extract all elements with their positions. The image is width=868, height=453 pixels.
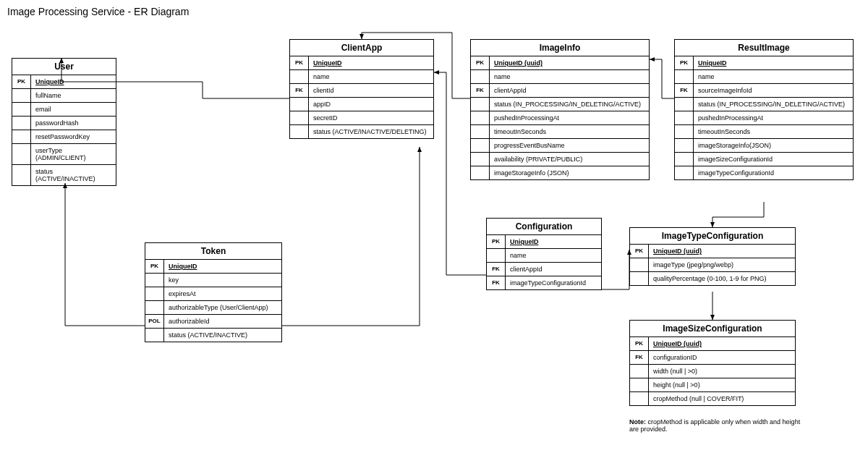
attr-cell: name <box>309 70 433 83</box>
attr-cell: imageStorageInfo (JSON) <box>490 166 649 179</box>
key-cell <box>471 166 490 179</box>
attr-cell: status (IN_PROCESSING/IN_DELETING/ACTIVE… <box>490 98 649 111</box>
key-cell <box>471 153 490 166</box>
attr-cell: UniqueID (uuid) <box>490 56 649 69</box>
attr-cell: imageType (jpeg/png/webp) <box>649 258 795 271</box>
note-cropmethod: Note: cropMethod is applicable only when… <box>629 418 810 433</box>
key-cell <box>675 111 694 124</box>
entity-clientapp: ClientApp PKUniqueIDnameFKclientIdappIDs… <box>289 39 434 139</box>
attr-cell: secretID <box>309 111 433 124</box>
key-cell <box>145 287 164 300</box>
attr-cell: clientId <box>309 84 433 97</box>
key-cell <box>675 153 694 166</box>
key-cell: PK <box>12 75 31 88</box>
entity-row: userType (ADMIN/CLIENT) <box>12 144 116 165</box>
entity-row: PKUniqueID (uuid) <box>630 245 795 258</box>
key-cell <box>675 125 694 138</box>
entity-row: PKUniqueID <box>145 260 281 274</box>
entity-row: resetPasswordKey <box>12 130 116 144</box>
attr-cell: UniqueID (uuid) <box>649 337 795 350</box>
attr-cell: progressEventBusName <box>490 139 649 152</box>
entity-row: timeoutInSeconds <box>675 125 853 139</box>
attr-cell: clientAppId <box>506 263 601 276</box>
key-cell <box>630 258 649 271</box>
entity-row: qualityPercentage (0-100, 1-9 for PNG) <box>630 272 795 285</box>
entity-configuration-title: Configuration <box>487 219 601 235</box>
key-cell: PK <box>145 260 164 273</box>
entity-row: authorizableType (User/ClientApp) <box>145 301 281 315</box>
entity-imageinfo: ImageInfo PKUniqueID (uuid)nameFKclientA… <box>470 39 650 180</box>
entity-row: FKclientId <box>290 84 433 98</box>
entity-row: FKimageTypeConfigurationId <box>487 276 601 289</box>
key-cell <box>12 130 31 143</box>
attr-cell: availability (PRIVATE/PUBLIC) <box>490 153 649 166</box>
key-cell <box>145 274 164 287</box>
attr-cell: clientAppId <box>490 84 649 97</box>
key-cell: POL <box>145 315 164 328</box>
entity-row: cropMethod (null | COVER/FIT) <box>630 392 795 405</box>
attr-cell: qualityPercentage (0-100, 1-9 for PNG) <box>649 272 795 285</box>
entity-row: status (ACTIVE/INACTIVE/DELETING) <box>290 125 433 138</box>
entity-row: FKconfigurationID <box>630 351 795 365</box>
entity-row: width (null | >0) <box>630 365 795 378</box>
attr-cell: status (ACTIVE/INACTIVE) <box>164 329 281 342</box>
attr-cell: imageSizeConfigurationId <box>694 153 853 166</box>
entity-imageinfo-title: ImageInfo <box>471 40 649 56</box>
key-cell: PK <box>471 56 490 69</box>
entity-row: status (ACTIVE/INACTIVE) <box>145 329 281 342</box>
entity-row: name <box>290 70 433 84</box>
key-cell <box>145 301 164 314</box>
entity-token-title: Token <box>145 243 281 260</box>
key-cell <box>675 98 694 111</box>
entity-row: POLauthorizableId <box>145 315 281 329</box>
key-cell <box>471 70 490 83</box>
key-cell <box>145 329 164 342</box>
attr-cell: UniqueID <box>506 235 601 248</box>
attr-cell: authorizableId <box>164 315 281 328</box>
attr-cell: fullName <box>31 89 116 102</box>
attr-cell: name <box>694 70 853 83</box>
attr-cell: pushedInProcessingAt <box>490 111 649 124</box>
entity-resultimage-title: ResultImage <box>675 40 853 56</box>
attr-cell: UniqueID <box>164 260 281 273</box>
attr-cell: UniqueID <box>694 56 853 69</box>
entity-resultimage: ResultImage PKUniqueIDnameFKsourceImageI… <box>674 39 854 180</box>
entity-row: availability (PRIVATE/PUBLIC) <box>471 153 649 166</box>
entity-configuration: Configuration PKUniqueIDnameFKclientAppI… <box>486 218 602 290</box>
entity-row: PKUniqueID <box>675 56 853 70</box>
attr-cell: width (null | >0) <box>649 365 795 378</box>
attr-cell: imageTypeConfigurationId <box>506 276 601 289</box>
entity-row: email <box>12 103 116 117</box>
entity-row: pushedInProcessingAt <box>471 111 649 125</box>
attr-cell: UniqueID (uuid) <box>649 245 795 258</box>
key-cell <box>630 365 649 378</box>
entity-row: PKUniqueID (uuid) <box>471 56 649 70</box>
attr-cell: status (IN_PROCESSING/IN_DELETING/ACTIVE… <box>694 98 853 111</box>
key-cell: PK <box>630 245 649 258</box>
key-cell <box>12 117 31 130</box>
key-cell: FK <box>290 84 309 97</box>
key-cell <box>290 70 309 83</box>
entity-imagetypeconfiguration: ImageTypeConfiguration PKUniqueID (uuid)… <box>629 227 796 286</box>
entity-row: FKclientAppId <box>471 84 649 98</box>
entity-row: PKUniqueID (uuid) <box>630 337 795 351</box>
key-cell: FK <box>675 84 694 97</box>
entity-row: PKUniqueID <box>12 75 116 89</box>
key-cell: PK <box>675 56 694 69</box>
attr-cell: UniqueID <box>31 75 116 88</box>
attr-cell: status (ACTIVE/INACTIVE/DELETING) <box>309 125 433 138</box>
entity-imagesizeconfiguration: ImageSizeConfiguration PKUniqueID (uuid)… <box>629 320 796 406</box>
key-cell: PK <box>290 56 309 69</box>
entity-row: passwordHash <box>12 117 116 130</box>
attr-cell: timeoutInSeconds <box>694 125 853 138</box>
attr-cell: name <box>506 249 601 262</box>
attr-cell: userType (ADMIN/CLIENT) <box>31 144 116 164</box>
key-cell <box>487 249 506 262</box>
entity-row: imageSizeConfigurationId <box>675 153 853 166</box>
attr-cell: configurationID <box>649 351 795 364</box>
entity-row: fullName <box>12 89 116 103</box>
key-cell <box>675 139 694 152</box>
entity-row: status (ACTIVE/INACTIVE) <box>12 165 116 185</box>
entity-imagetypeconfiguration-title: ImageTypeConfiguration <box>630 228 795 245</box>
page-title: Image Processing Service - ER Diagram <box>7 6 189 17</box>
